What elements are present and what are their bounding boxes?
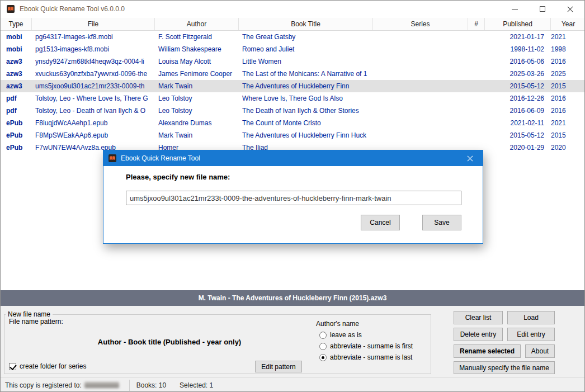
cell-published: 2016-05-06 bbox=[485, 58, 551, 65]
table-row[interactable]: ePubF8MpSWEakAAp6.epubMark TwainThe Adve… bbox=[1, 129, 584, 141]
cell-file: xvuckus63y0nzfxba7ywvrxd-0096-the bbox=[32, 70, 155, 78]
table-header: Type File Author Book Title Series # Pub… bbox=[1, 18, 584, 31]
edit-pattern-button[interactable]: Edit pattern bbox=[255, 361, 302, 372]
cell-published: 2021-01-17 bbox=[485, 33, 551, 41]
column-header-file[interactable]: File bbox=[32, 18, 155, 30]
save-button[interactable]: Save bbox=[422, 215, 461, 230]
filename-input[interactable] bbox=[126, 191, 461, 205]
window-title: Ebook Quick Rename Tool v6.0.0.0 bbox=[20, 5, 125, 13]
dialog-titlebar: Ebook Quick Rename Tool bbox=[103, 150, 483, 166]
dialog-body: Please, specify new file name: Cancel Sa… bbox=[103, 166, 483, 243]
pattern-label: File name pattern: bbox=[9, 318, 63, 325]
cell-author: Mark Twain bbox=[155, 131, 239, 139]
cell-year: 2021 bbox=[551, 33, 585, 41]
table-row[interactable]: mobipg1513-images-kf8.mobiWilliam Shakes… bbox=[1, 43, 584, 55]
cancel-button[interactable]: Cancel bbox=[361, 215, 400, 230]
column-header-number[interactable]: # bbox=[468, 18, 485, 30]
authors-name-label: Author's name bbox=[316, 320, 359, 328]
table-row[interactable]: pdfTolstoy, Leo - Where Love Is, There G… bbox=[1, 92, 584, 105]
manual-rename-button[interactable]: Manually specify the file name bbox=[454, 361, 555, 374]
cell-title: Where Love Is, There God Is Also bbox=[239, 95, 373, 102]
cell-author: Mark Twain bbox=[155, 82, 239, 90]
cell-title: The Count of Monte Cristo bbox=[239, 119, 373, 127]
column-header-published[interactable]: Published bbox=[485, 18, 551, 30]
rename-dialog: Ebook Quick Rename Tool Please, specify … bbox=[103, 150, 483, 244]
close-icon bbox=[567, 6, 574, 12]
dialog-app-icon bbox=[108, 154, 117, 163]
cell-file: F8MpSWEakAAp6.epub bbox=[32, 131, 155, 139]
delete-entry-button[interactable]: Delete entry bbox=[454, 328, 503, 341]
cell-title: Little Women bbox=[239, 58, 373, 65]
table-row[interactable]: azw3ynsdy9247zm68tkf4heqw3qz-0004-liLoui… bbox=[1, 55, 584, 68]
table-row[interactable]: azw3ums5jxoo9ul301ac21mr233t-0009-thMark… bbox=[1, 80, 584, 92]
radio-label: leave as is bbox=[330, 331, 362, 339]
cell-file: ynsdy9247zm68tkf4heqw3qz-0004-li bbox=[32, 58, 155, 65]
minimize-button[interactable] bbox=[501, 1, 529, 17]
radio-leave-as-is[interactable]: leave as is bbox=[319, 330, 362, 339]
column-header-type[interactable]: Type bbox=[1, 18, 32, 30]
cell-title: The Great Gatsby bbox=[239, 33, 373, 41]
cell-author: William Shakespeare bbox=[155, 45, 239, 53]
column-header-book-title[interactable]: Book Title bbox=[239, 18, 373, 30]
table-row[interactable]: ePubF8iuqjdWcAAehp1.epubAlexandre DumasT… bbox=[1, 117, 584, 129]
column-header-series[interactable]: Series bbox=[373, 18, 468, 30]
edit-entry-button[interactable]: Edit entry bbox=[507, 328, 555, 341]
close-icon bbox=[467, 155, 474, 162]
cell-year: 2016 bbox=[551, 107, 585, 115]
dialog-close-button[interactable] bbox=[458, 150, 483, 166]
about-button[interactable]: About bbox=[525, 344, 555, 358]
cell-author: F. Scott Fitzgerald bbox=[155, 33, 239, 41]
cell-year: 2016 bbox=[551, 95, 585, 102]
table-row[interactable]: pdfTolstoy, Leo - Death of Ivan Ilych & … bbox=[1, 105, 584, 117]
pattern-value: Author - Book title (Published - year on… bbox=[4, 338, 334, 346]
cell-published: 1998-11-02 bbox=[485, 45, 551, 53]
table-row[interactable]: mobipg64317-images-kf8.mobiF. Scott Fitz… bbox=[1, 31, 584, 43]
cell-type: mobi bbox=[1, 45, 32, 53]
dialog-title: Ebook Quick Rename Tool bbox=[121, 154, 200, 162]
window-controls bbox=[501, 1, 584, 17]
cell-published: 2025-03-26 bbox=[485, 70, 551, 78]
table-body: mobipg64317-images-kf8.mobiF. Scott Fitz… bbox=[1, 31, 584, 154]
cell-file: ums5jxoo9ul301ac21mr233t-0009-th bbox=[32, 82, 155, 90]
radio-icon bbox=[319, 332, 327, 339]
radio-abbreviate-surname-first[interactable]: abbreviate - surname is first bbox=[319, 342, 413, 351]
cell-type: ePub bbox=[1, 119, 32, 127]
cell-published: 2021-02-11 bbox=[485, 119, 551, 127]
new-file-name-group: New file name File name pattern: Author … bbox=[4, 314, 431, 374]
clear-list-button[interactable]: Clear list bbox=[454, 311, 503, 324]
cell-type: azw3 bbox=[1, 58, 32, 65]
column-header-year[interactable]: Year bbox=[551, 18, 585, 30]
cell-file: Tolstoy, Leo - Where Love Is, There G bbox=[32, 95, 155, 102]
cell-year: 2021 bbox=[551, 119, 585, 127]
table-row[interactable]: azw3xvuckus63y0nzfxba7ywvrxd-0096-theJam… bbox=[1, 68, 584, 80]
registered-name-redacted bbox=[84, 382, 119, 388]
cell-year: 2020 bbox=[551, 144, 585, 152]
bottom-panel: New file name File name pattern: Author … bbox=[1, 306, 584, 377]
preview-filename: M. Twain - The Adventures of Huckleberry… bbox=[199, 294, 387, 302]
preview-bar: M. Twain - The Adventures of Huckleberry… bbox=[1, 290, 584, 306]
cell-file: pg1513-images-kf8.mobi bbox=[32, 45, 155, 53]
radio-abbreviate-surname-last[interactable]: abbreviate - surname is last bbox=[319, 353, 412, 362]
rename-selected-button[interactable]: Rename selected bbox=[454, 344, 521, 358]
close-button[interactable] bbox=[556, 1, 584, 17]
cell-author: Louisa May Alcott bbox=[155, 58, 239, 65]
radio-icon bbox=[319, 354, 327, 361]
cell-published: 2020-01-29 bbox=[485, 144, 551, 152]
load-button[interactable]: Load bbox=[507, 311, 555, 324]
maximize-button[interactable] bbox=[529, 1, 556, 17]
registered-label: This copy is registered to: bbox=[5, 381, 82, 389]
column-header-author[interactable]: Author bbox=[155, 18, 239, 30]
radio-label: abbreviate - surname is first bbox=[330, 342, 413, 350]
cell-author: James Fenimore Cooper bbox=[155, 70, 239, 78]
cell-author: Alexandre Dumas bbox=[155, 119, 239, 127]
checkbox-icon bbox=[9, 363, 16, 370]
create-folder-checkbox[interactable]: create folder for series bbox=[9, 362, 86, 371]
cell-file: F8iuqjdWcAAehp1.epub bbox=[32, 119, 155, 127]
cell-title: The Adventures of Huckleberry Finn Huck bbox=[239, 131, 373, 139]
books-count: Books: 10 bbox=[136, 381, 166, 389]
cell-title: The Last of the Mohicans: A Narrative of… bbox=[239, 70, 373, 78]
selected-count: Selected: 1 bbox=[180, 381, 213, 389]
cell-file: pg64317-images-kf8.mobi bbox=[32, 33, 155, 41]
statusbar: This copy is registered to: Books: 10 Se… bbox=[1, 377, 584, 392]
cell-type: ePub bbox=[1, 144, 32, 152]
